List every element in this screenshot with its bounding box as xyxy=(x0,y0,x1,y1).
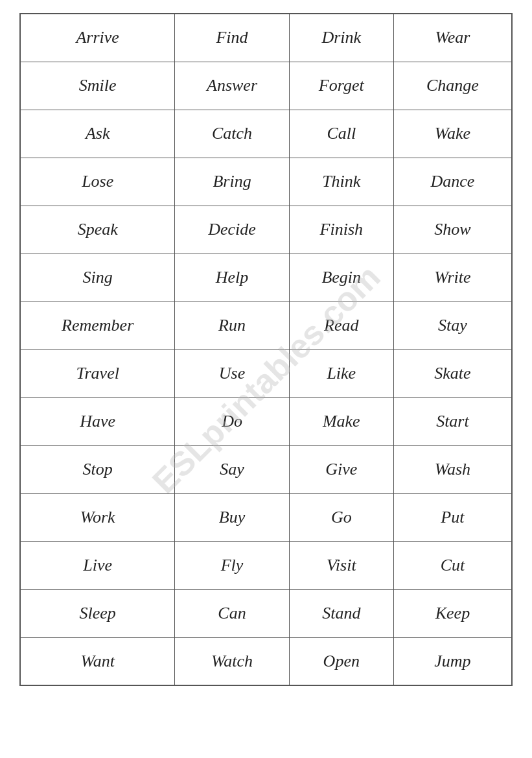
word-cell: Watch xyxy=(175,637,289,685)
word-cell: Decide xyxy=(175,206,289,254)
word-cell: Read xyxy=(289,302,393,349)
word-cell: Smile xyxy=(20,62,175,110)
word-cell: Work xyxy=(20,493,175,541)
table-row: LiveFlyVisitCut xyxy=(20,541,512,589)
word-cell: Stand xyxy=(289,589,393,637)
word-cell: Buy xyxy=(175,493,289,541)
word-cell: Catch xyxy=(175,110,289,158)
word-cell: Sleep xyxy=(20,589,175,637)
word-cell: Arrive xyxy=(20,14,175,62)
word-cell: Begin xyxy=(289,254,393,302)
word-cell: Dance xyxy=(393,158,512,206)
word-cell: Stop xyxy=(20,445,175,493)
word-cell: Want xyxy=(20,637,175,685)
word-cell: Wash xyxy=(393,445,512,493)
table-row: WantWatchOpenJump xyxy=(20,637,512,685)
word-cell: Like xyxy=(289,349,393,397)
word-cell: Open xyxy=(289,637,393,685)
word-cell: Do xyxy=(175,397,289,445)
page: ESLprintables.com ArriveFindDrinkWearSmi… xyxy=(0,0,532,758)
word-cell: Skate xyxy=(393,349,512,397)
table-row: WorkBuyGoPut xyxy=(20,493,512,541)
word-cell: Bring xyxy=(175,158,289,206)
table-row: RememberRunReadStay xyxy=(20,302,512,349)
word-cell: Remember xyxy=(20,302,175,349)
word-cell: Finish xyxy=(289,206,393,254)
word-cell: Say xyxy=(175,445,289,493)
table-row: ArriveFindDrinkWear xyxy=(20,14,512,62)
word-cell: Find xyxy=(175,14,289,62)
table-row: SmileAnswerForgetChange xyxy=(20,62,512,110)
word-cell: Go xyxy=(289,493,393,541)
word-cell: Speak xyxy=(20,206,175,254)
word-cell: Think xyxy=(289,158,393,206)
word-cell: Live xyxy=(20,541,175,589)
word-cell: Show xyxy=(393,206,512,254)
table-row: LoseBringThinkDance xyxy=(20,158,512,206)
word-cell: Fly xyxy=(175,541,289,589)
table-row: SingHelpBeginWrite xyxy=(20,254,512,302)
word-cell: Lose xyxy=(20,158,175,206)
word-cell: Start xyxy=(393,397,512,445)
word-cell: Change xyxy=(393,62,512,110)
word-cell: Run xyxy=(175,302,289,349)
word-cell: Use xyxy=(175,349,289,397)
table-row: HaveDoMakeStart xyxy=(20,397,512,445)
word-cell: Make xyxy=(289,397,393,445)
table-row: AskCatchCallWake xyxy=(20,110,512,158)
word-cell: Ask xyxy=(20,110,175,158)
word-cell: Give xyxy=(289,445,393,493)
word-cell: Put xyxy=(393,493,512,541)
word-cell: Cut xyxy=(393,541,512,589)
table-row: TravelUseLikeSkate xyxy=(20,349,512,397)
word-cell: Answer xyxy=(175,62,289,110)
table-row: SpeakDecideFinishShow xyxy=(20,206,512,254)
word-cell: Drink xyxy=(289,14,393,62)
word-cell: Wake xyxy=(393,110,512,158)
word-cell: Have xyxy=(20,397,175,445)
word-cell: Keep xyxy=(393,589,512,637)
word-cell: Visit xyxy=(289,541,393,589)
table-row: SleepCanStandKeep xyxy=(20,589,512,637)
word-cell: Forget xyxy=(289,62,393,110)
word-cell: Help xyxy=(175,254,289,302)
word-cell: Wear xyxy=(393,14,512,62)
word-table: ArriveFindDrinkWearSmileAnswerForgetChan… xyxy=(19,13,513,686)
word-cell: Travel xyxy=(20,349,175,397)
table-row: StopSayGiveWash xyxy=(20,445,512,493)
word-cell: Call xyxy=(289,110,393,158)
word-cell: Write xyxy=(393,254,512,302)
word-cell: Stay xyxy=(393,302,512,349)
word-cell: Sing xyxy=(20,254,175,302)
word-cell: Jump xyxy=(393,637,512,685)
word-cell: Can xyxy=(175,589,289,637)
